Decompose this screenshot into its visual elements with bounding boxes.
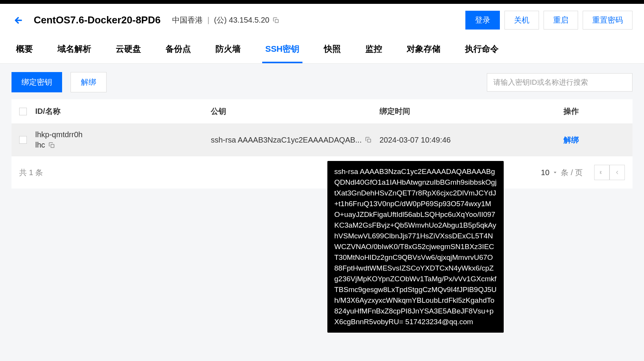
page-size-value: 10: [541, 168, 549, 177]
row-key-name-wrapper: lhc: [35, 141, 211, 149]
instance-name: CentOS7.6-Docker20-8PD6: [34, 14, 161, 26]
header-divider: |: [207, 16, 209, 25]
search-input[interactable]: [487, 73, 632, 92]
tabs: 概要 域名解析 云硬盘 备份点 防火墙 SSH密钥 快照 监控 对象存储 执行命…: [0, 36, 644, 64]
col-header-public-key: 公钥: [211, 106, 380, 117]
total-count: 共 1 条: [19, 167, 43, 178]
tab-execute-cmd[interactable]: 执行命令: [462, 36, 502, 63]
col-header-action: 操作: [556, 106, 625, 117]
copy-icon: [365, 136, 372, 143]
svg-marker-4: [554, 172, 557, 173]
chevron-left-icon: [614, 169, 620, 176]
table: ID/名称 公钥 绑定时间 操作 lhkp-qmtdrr0h lhc ssh-r…: [12, 99, 632, 189]
tab-dns[interactable]: 域名解析: [54, 36, 94, 63]
back-button[interactable]: [12, 15, 22, 26]
tab-monitor[interactable]: 监控: [362, 36, 385, 63]
copy-icon: [48, 142, 55, 149]
header: CentOS7.6-Docker20-8PD6 中国香港 | (公) 43.15…: [0, 4, 644, 36]
header-actions: 登录 关机 重启 重置密码: [465, 11, 632, 30]
ip-type-label: (公): [214, 15, 227, 25]
svg-rect-1: [275, 19, 278, 22]
tab-disk[interactable]: 云硬盘: [113, 36, 144, 63]
ip-value: 43.154.5.20: [229, 16, 269, 25]
row-key-name: lhc: [35, 141, 45, 149]
copy-icon: [273, 17, 279, 24]
first-page-icon: [599, 169, 605, 176]
tab-snapshot[interactable]: 快照: [321, 36, 344, 63]
arrow-left-icon: [12, 15, 22, 26]
select-all-checkbox[interactable]: [19, 108, 27, 115]
row-public-key-cell: ssh-rsa AAAAB3NzaC1yc2EAAAADAQAB...: [211, 136, 380, 144]
copy-name-button[interactable]: [48, 142, 55, 149]
row-key-id: lhkp-qmtdrr0h: [35, 130, 211, 139]
col-header-bind-time: 绑定时间: [380, 106, 556, 117]
tab-ssh-key[interactable]: SSH密钥: [262, 36, 302, 63]
pagination: [594, 165, 625, 180]
copy-ip-button[interactable]: [273, 17, 279, 24]
ip-display: (公) 43.154.5.20: [214, 15, 279, 25]
tab-backup[interactable]: 备份点: [163, 36, 194, 63]
copy-pubkey-button[interactable]: [365, 136, 372, 143]
page-first-button[interactable]: [594, 165, 610, 180]
region-label: 中国香港: [172, 15, 203, 25]
col-header-id-name: ID/名称: [27, 106, 211, 117]
table-header-row: ID/名称 公钥 绑定时间 操作: [12, 99, 632, 123]
row-bind-time: 2024-03-07 10:49:46: [380, 136, 556, 144]
chevron-down-icon: [552, 168, 558, 177]
login-button[interactable]: 登录: [465, 11, 500, 30]
total-prefix: 共: [19, 168, 27, 177]
total-number: 1: [29, 168, 33, 177]
restart-button[interactable]: 重启: [544, 11, 578, 30]
page-size-selector[interactable]: 10 条 / 页: [541, 167, 583, 178]
tab-firewall[interactable]: 防火墙: [212, 36, 244, 63]
bind-key-button[interactable]: 绑定密钥: [12, 72, 62, 92]
row-unbind-link[interactable]: 解绑: [564, 136, 579, 144]
top-border: [0, 0, 644, 4]
row-checkbox[interactable]: [19, 136, 27, 144]
reset-password-button[interactable]: 重置密码: [583, 11, 632, 30]
svg-rect-2: [51, 144, 54, 147]
public-key-tooltip: ssh-rsa AAAAB3NzaC1yc2EAAAADAQABAAABgQDN…: [327, 161, 504, 333]
page-prev-button[interactable]: [610, 165, 625, 180]
page-size-suffix: 条 / 页: [561, 167, 583, 178]
row-public-key-text: ssh-rsa AAAAB3NzaC1yc2EAAAADAQAB...: [211, 136, 362, 144]
tab-overview[interactable]: 概要: [13, 36, 36, 63]
row-action-cell: 解绑: [556, 135, 625, 145]
unbind-button[interactable]: 解绑: [71, 72, 107, 92]
table-row: lhkp-qmtdrr0h lhc ssh-rsa AAAAB3NzaC1yc2…: [12, 123, 632, 156]
table-footer: 共 1 条 10 条 / 页: [12, 156, 632, 189]
total-suffix: 条: [35, 168, 43, 177]
shutdown-button[interactable]: 关机: [504, 11, 539, 30]
content-area: 绑定密钥 解绑 ID/名称 公钥 绑定时间 操作 lhkp-qmtdrr0h l…: [0, 64, 644, 197]
svg-rect-3: [367, 139, 370, 142]
tab-object-storage[interactable]: 对象存储: [404, 36, 444, 63]
toolbar: 绑定密钥 解绑: [12, 72, 632, 92]
row-id-name-cell: lhkp-qmtdrr0h lhc: [27, 130, 211, 149]
